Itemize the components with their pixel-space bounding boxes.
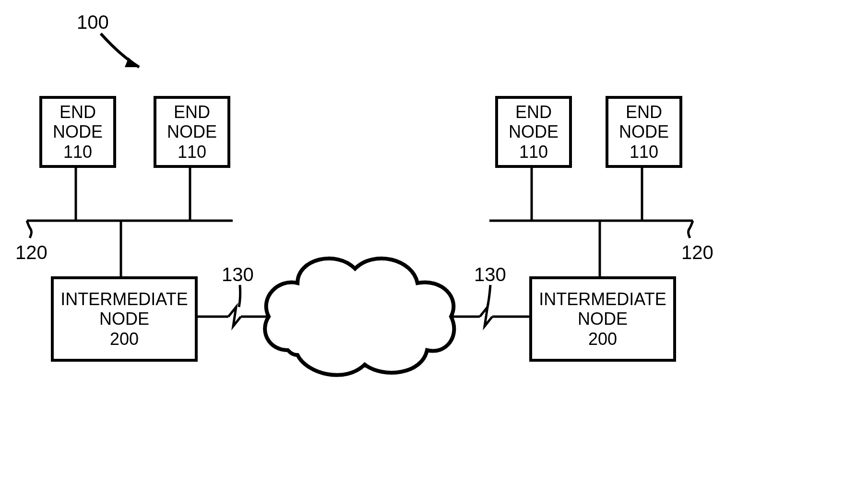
end-node-label-line2: NODE bbox=[53, 122, 103, 142]
end-node-ref: 110 bbox=[519, 142, 548, 162]
diagram-svg bbox=[0, 0, 868, 485]
bus-ref-left: 120 bbox=[15, 242, 48, 263]
end-node-ref: 110 bbox=[178, 142, 206, 162]
link-ref-right: 130 bbox=[474, 264, 506, 285]
end-node-label-line1: END bbox=[515, 102, 552, 122]
internet-label: INTERNET bbox=[317, 296, 403, 315]
internet-cloud-label: INTERNET 270 bbox=[307, 295, 413, 336]
internet-ref: 270 bbox=[345, 316, 374, 336]
intermediate-node-label-line2: NODE bbox=[578, 309, 628, 329]
end-node-label-line2: NODE bbox=[509, 122, 559, 142]
intermediate-node-box-left: INTERMEDIATE NODE 200 bbox=[51, 276, 198, 362]
figure-ref-arrow-head bbox=[125, 58, 139, 67]
end-node-box-2: END NODE 110 bbox=[154, 96, 230, 168]
end-node-label-line1: END bbox=[174, 102, 210, 122]
intermediate-node-box-right: INTERMEDIATE NODE 200 bbox=[529, 276, 676, 362]
end-node-label-line1: END bbox=[59, 102, 96, 122]
intermediate-node-label-line1: INTERMEDIATE bbox=[60, 289, 188, 309]
end-node-box-1: END NODE 110 bbox=[39, 96, 116, 168]
end-node-ref: 110 bbox=[63, 142, 92, 162]
left-link-zigzag bbox=[228, 307, 241, 326]
figure-ref-arrow-line bbox=[101, 34, 139, 67]
end-node-box-4: END NODE 110 bbox=[606, 96, 682, 168]
intermediate-node-label-line2: NODE bbox=[99, 309, 149, 329]
end-node-label-line2: NODE bbox=[619, 122, 669, 142]
bus-ref-right: 120 bbox=[681, 242, 713, 263]
end-node-label-line2: NODE bbox=[167, 122, 217, 142]
end-node-box-3: END NODE 110 bbox=[495, 96, 572, 168]
figure-ref-label: 100 bbox=[77, 12, 109, 33]
link-ref-left: 130 bbox=[222, 264, 254, 285]
intermediate-node-ref: 200 bbox=[110, 329, 139, 349]
end-node-ref: 110 bbox=[630, 142, 658, 162]
right-link-zigzag bbox=[480, 307, 492, 326]
end-node-label-line1: END bbox=[626, 102, 662, 122]
right-bus-break bbox=[688, 221, 693, 238]
left-bus-break bbox=[27, 221, 32, 238]
intermediate-node-ref: 200 bbox=[588, 329, 617, 349]
intermediate-node-label-line1: INTERMEDIATE bbox=[539, 289, 666, 309]
